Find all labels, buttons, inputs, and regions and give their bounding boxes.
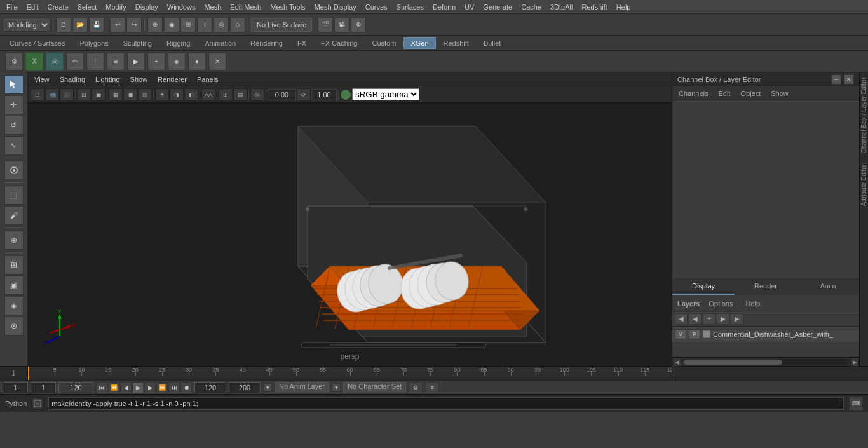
lasso-select-btn[interactable]: ⬚ bbox=[4, 186, 24, 205]
menu-edit[interactable]: Edit bbox=[23, 2, 43, 12]
rotation-input[interactable] bbox=[268, 89, 296, 100]
current-frame-input2[interactable] bbox=[31, 382, 56, 393]
snap-to-grid-btn[interactable]: ⊞ bbox=[180, 17, 196, 32]
xgen-guide-btn[interactable]: ◎ bbox=[46, 53, 64, 71]
layer-visibility-btn[interactable]: V bbox=[675, 329, 686, 339]
display-tab-render[interactable]: Render bbox=[735, 278, 797, 295]
go-to-end-btn[interactable]: ⏭ bbox=[168, 382, 180, 393]
go-to-start-btn[interactable]: ⏮ bbox=[96, 382, 107, 393]
select-tool-btn[interactable] bbox=[4, 75, 24, 94]
ws-tab-fx[interactable]: FX bbox=[290, 37, 313, 49]
xgen-comb-btn[interactable]: ⋮ bbox=[86, 53, 104, 71]
save-scene-btn[interactable]: 💾 bbox=[89, 17, 104, 32]
layer-prev2-btn[interactable]: ◀ bbox=[689, 313, 702, 325]
cb-tab-show[interactable]: Show bbox=[767, 88, 792, 98]
xgen-delete-btn[interactable]: ✕ bbox=[208, 53, 226, 71]
menu-file[interactable]: File bbox=[3, 2, 22, 12]
workspace-selector[interactable]: Modeling bbox=[3, 18, 50, 32]
play-btn[interactable]: ▶ bbox=[132, 382, 144, 393]
xgen-brush-btn[interactable]: ✏ bbox=[66, 53, 84, 71]
shadow-btn[interactable]: ◑ bbox=[170, 88, 184, 101]
redo-btn[interactable]: ↪ bbox=[126, 17, 142, 32]
vp-menu-renderer[interactable]: Renderer bbox=[154, 74, 191, 85]
cb-minimize-btn[interactable]: ─ bbox=[831, 74, 841, 85]
xgen-collection-btn[interactable]: X bbox=[25, 53, 43, 71]
snap-to-curve-btn[interactable]: ⌇ bbox=[197, 17, 212, 32]
anim-settings-btn[interactable]: ⚙ bbox=[409, 382, 423, 393]
vp-menu-view[interactable]: View bbox=[31, 74, 53, 85]
cmd-window-btn[interactable] bbox=[32, 398, 43, 409]
right-tab-channel-box[interactable]: Channel Box / Layer Editor bbox=[859, 72, 868, 159]
anim-options-btn[interactable]: ≡ bbox=[425, 382, 439, 393]
render-settings-btn[interactable]: ⚙ bbox=[351, 17, 366, 32]
select-by-region-btn[interactable]: ▣ bbox=[92, 88, 105, 101]
vp-menu-lighting[interactable]: Lighting bbox=[92, 74, 124, 85]
lighting-btn[interactable]: ☀ bbox=[155, 88, 169, 101]
select-by-component-btn[interactable]: ◉ bbox=[164, 17, 179, 32]
camera-settings-btn[interactable]: 🎥 bbox=[60, 88, 74, 101]
range-end-input[interactable] bbox=[58, 382, 93, 393]
aa-btn[interactable]: AA bbox=[201, 88, 215, 101]
cmd-input[interactable] bbox=[48, 397, 844, 410]
menu-mesh[interactable]: Mesh bbox=[200, 2, 225, 12]
menu-deform[interactable]: Deform bbox=[429, 2, 459, 12]
new-scene-btn[interactable]: 🗋 bbox=[56, 17, 71, 32]
layer-next-btn[interactable]: ▶ bbox=[717, 313, 729, 325]
xgen-add-btn[interactable]: + bbox=[147, 53, 165, 71]
paint-select-btn[interactable]: 🖌 bbox=[4, 206, 24, 225]
timeline-playhead[interactable] bbox=[28, 367, 29, 381]
ws-tab-redshift[interactable]: Redshift bbox=[437, 37, 476, 49]
step-back-btn[interactable]: ⏪ bbox=[108, 382, 119, 393]
ws-tab-fx-caching[interactable]: FX Caching bbox=[314, 37, 364, 49]
zoom-input[interactable] bbox=[311, 89, 337, 100]
custom-btn2[interactable]: ◈ bbox=[4, 296, 24, 315]
snap-to-point-btn[interactable]: ◎ bbox=[214, 17, 229, 32]
ipr-btn[interactable]: 📽 bbox=[334, 17, 349, 32]
custom-btn3[interactable]: ⊗ bbox=[4, 316, 24, 336]
scroll-right-btn[interactable]: ▶ bbox=[850, 358, 859, 367]
select-by-hierarchy-btn[interactable]: ⊕ bbox=[147, 17, 163, 32]
layer-color-swatch[interactable] bbox=[703, 330, 710, 338]
xgen-preview-btn[interactable]: ▶ bbox=[127, 53, 145, 71]
ws-tab-sculpting[interactable]: Sculpting bbox=[116, 37, 159, 49]
frame-all-btn[interactable]: ⊞ bbox=[77, 88, 91, 101]
scroll-thumb[interactable] bbox=[684, 360, 782, 365]
show-manipulator-btn[interactable]: ⊕ bbox=[4, 231, 24, 250]
open-scene-btn[interactable]: 📂 bbox=[72, 17, 88, 32]
ws-tab-curves[interactable]: Curves / Surfaces bbox=[3, 37, 72, 49]
vp-menu-shading[interactable]: Shading bbox=[56, 74, 89, 85]
layer-next2-btn[interactable]: ▶ bbox=[731, 313, 743, 325]
camera-mode-btn[interactable]: ⊡ bbox=[31, 88, 44, 101]
step-forward-btn[interactable]: ⏩ bbox=[156, 382, 168, 393]
ws-tab-rendering[interactable]: Rendering bbox=[243, 37, 290, 49]
cb-tab-object[interactable]: Object bbox=[736, 88, 764, 98]
ws-tab-polygons[interactable]: Polygons bbox=[72, 37, 115, 49]
char-set-dropdown-btn[interactable]: ▾ bbox=[332, 383, 341, 392]
wireframe-btn[interactable]: ▦ bbox=[109, 88, 123, 101]
next-frame-btn[interactable]: ▶ bbox=[144, 382, 156, 393]
record-btn[interactable]: ⏺ bbox=[180, 382, 192, 393]
reset-rotation-btn[interactable]: ⟳ bbox=[297, 88, 311, 101]
smooth-shade-btn[interactable]: ◼ bbox=[123, 88, 137, 101]
live-surface-btn[interactable]: No Live Surface bbox=[251, 18, 312, 32]
ao-btn[interactable]: ◐ bbox=[184, 88, 198, 101]
custom-btn1[interactable]: ▣ bbox=[4, 276, 24, 295]
scroll-left-btn[interactable]: ◀ bbox=[672, 358, 681, 367]
ws-tab-animation[interactable]: Animation bbox=[198, 37, 243, 49]
ws-tab-rigging[interactable]: Rigging bbox=[159, 37, 197, 49]
cmd-keyboard-btn[interactable]: ⌨ bbox=[849, 397, 863, 411]
menu-help[interactable]: Help bbox=[613, 2, 635, 12]
menu-edit-mesh[interactable]: Edit Mesh bbox=[226, 2, 265, 12]
anim-layer-dropdown-btn[interactable]: ▾ bbox=[263, 383, 272, 392]
cb-close-btn[interactable]: ✕ bbox=[844, 74, 854, 85]
layers-options-btn[interactable]: Options bbox=[705, 299, 736, 309]
scroll-track[interactable] bbox=[684, 360, 848, 365]
anim-layer-btn[interactable]: No Anim Layer bbox=[275, 382, 329, 393]
xgen-modifier-btn[interactable]: ◈ bbox=[168, 53, 186, 71]
current-frame-input[interactable] bbox=[3, 382, 28, 393]
ws-tab-xgen[interactable]: XGen bbox=[403, 37, 435, 49]
menu-select[interactable]: Select bbox=[74, 2, 101, 12]
menu-display[interactable]: Display bbox=[132, 2, 162, 12]
rotate-tool-btn[interactable]: ↺ bbox=[4, 116, 24, 135]
layer-prev-btn[interactable]: ◀ bbox=[675, 313, 688, 325]
